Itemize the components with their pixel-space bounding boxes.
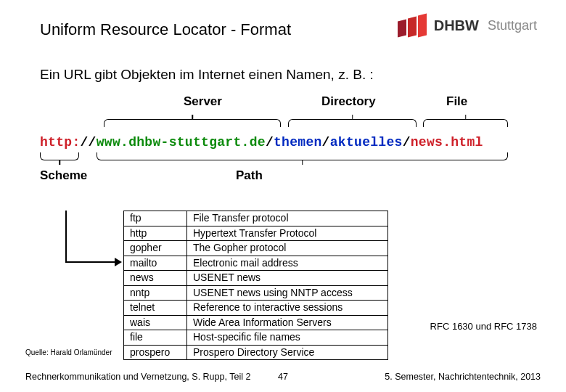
protocol-desc: Wide Area Information Servers xyxy=(187,315,388,330)
protocol-desc: USENET news xyxy=(187,271,388,286)
label-file: File xyxy=(446,94,467,109)
arrow-right-icon xyxy=(115,258,122,266)
brace-path xyxy=(97,152,508,160)
label-path: Path xyxy=(236,168,263,183)
rfc-reference: RFC 1630 und RFC 1738 xyxy=(430,321,537,332)
source-credit: Quelle: Harald Orlamünder xyxy=(25,348,112,356)
table-row: telnetReference to interactive sessions xyxy=(124,301,388,316)
table-row: gopherThe Gopher protocol xyxy=(124,241,388,256)
protocol-desc: File Transfer protocol xyxy=(187,211,388,226)
page-number: 47 xyxy=(278,372,288,382)
footer-right: 5. Semester, Nachrichtentechnik, 2013 xyxy=(385,372,541,382)
table-row: fileHost-specific file names xyxy=(124,330,388,346)
protocol-name: mailto xyxy=(124,256,187,271)
protocol-name: prospero xyxy=(124,345,187,360)
protocol-desc: Hypertext Transfer Protocol xyxy=(187,226,388,241)
protocol-desc: Host-specific file names xyxy=(187,330,388,346)
table-row: waisWide Area Information Servers xyxy=(124,315,388,330)
protocol-name: http xyxy=(124,226,187,241)
logo-icon xyxy=(398,15,427,36)
brace-scheme xyxy=(40,152,79,160)
protocol-desc: Prospero Directory Service xyxy=(187,345,388,360)
brace-directory xyxy=(288,119,417,127)
label-scheme: Scheme xyxy=(40,168,87,183)
url-sep: / xyxy=(322,135,330,150)
slide-title: Uniform Resource Locator - Format xyxy=(40,20,291,39)
scheme-arrow xyxy=(58,211,127,298)
dhbw-logo: DHBW Stuttgart xyxy=(398,15,537,36)
logo-brand: DHBW xyxy=(434,17,479,34)
label-directory: Directory xyxy=(321,94,376,109)
protocol-name: news xyxy=(124,271,187,286)
url-sep: // xyxy=(81,135,97,150)
brace-server xyxy=(104,119,281,127)
url-dir: themen xyxy=(274,135,322,150)
table-row: nntpUSENET news using NNTP access xyxy=(124,285,388,301)
url-file: news.html xyxy=(411,135,483,150)
url-sep: / xyxy=(266,135,274,150)
protocol-desc: The Gopher protocol xyxy=(187,241,388,256)
protocol-name: telnet xyxy=(124,301,187,316)
table-row: httpHypertext Transfer Protocol xyxy=(124,226,388,241)
protocol-name: file xyxy=(124,330,187,346)
table-row: prosperoProspero Directory Service xyxy=(124,345,388,360)
url-host: www.dhbw-stuttgart.de xyxy=(97,135,266,150)
protocol-name: nntp xyxy=(124,285,187,301)
table-row: mailtoElectronic mail address xyxy=(124,256,388,271)
protocol-name: wais xyxy=(124,315,187,330)
protocol-desc: USENET news using NNTP access xyxy=(187,285,388,301)
url-dir: aktuelles xyxy=(330,135,403,150)
table-row: newsUSENET news xyxy=(124,271,388,286)
url-example: http://www.dhbw-stuttgart.de/themen/aktu… xyxy=(40,135,526,150)
protocol-table: ftpFile Transfer protocolhttpHypertext T… xyxy=(123,211,388,360)
protocol-name: ftp xyxy=(124,211,187,226)
protocol-name: gopher xyxy=(124,241,187,256)
intro-text: Ein URL gibt Objekten im Internet einen … xyxy=(40,67,374,83)
brace-file xyxy=(423,119,508,127)
url-diagram: Server Directory File http://www.dhbw-st… xyxy=(40,94,526,184)
url-sep: / xyxy=(403,135,411,150)
url-scheme: http: xyxy=(40,135,81,150)
table-row: ftpFile Transfer protocol xyxy=(124,211,388,226)
protocol-desc: Electronic mail address xyxy=(187,256,388,271)
logo-campus: Stuttgart xyxy=(488,18,537,33)
label-server: Server xyxy=(184,94,222,109)
footer-left: Rechnerkommunikation und Vernetzung, S. … xyxy=(25,372,250,382)
protocol-desc: Reference to interactive sessions xyxy=(187,301,388,316)
